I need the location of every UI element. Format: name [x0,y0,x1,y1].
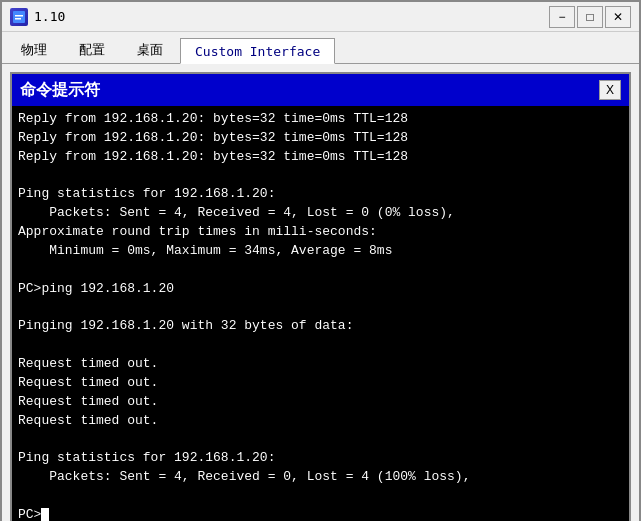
menu-bar: 物理 配置 桌面 Custom Interface [2,32,639,64]
cmd-title-bar: 命令提示符 X [12,74,629,106]
cmd-line: Ping statistics for 192.168.1.20: [18,185,623,204]
cmd-empty-line [18,298,623,317]
cmd-line: Approximate round trip times in milli-se… [18,223,623,242]
svg-rect-0 [13,11,25,23]
cmd-window: 命令提示符 X Reply from 192.168.1.20: bytes=3… [10,72,631,521]
main-content: 命令提示符 X Reply from 192.168.1.20: bytes=3… [2,64,639,521]
maximize-button[interactable]: □ [577,6,603,28]
svg-rect-2 [15,18,21,20]
cmd-empty-line [18,336,623,355]
title-bar: 1.10 − □ ✕ [2,2,639,32]
cmd-title-text: 命令提示符 [20,80,100,101]
cmd-empty-line [18,261,623,280]
tab-custom-interface[interactable]: Custom Interface [180,38,335,64]
minimize-button[interactable]: − [549,6,575,28]
tab-physics[interactable]: 物理 [6,37,62,63]
window-close-button[interactable]: ✕ [605,6,631,28]
tab-config[interactable]: 配置 [64,37,120,63]
main-window: 1.10 − □ ✕ 物理 配置 桌面 Custom Interface 命令提… [0,0,641,521]
cmd-line: Reply from 192.168.1.20: bytes=32 time=0… [18,129,623,148]
cmd-line: Packets: Sent = 4, Received = 4, Lost = … [18,204,623,223]
app-icon [10,8,28,26]
svg-rect-1 [15,15,23,17]
tab-desktop[interactable]: 桌面 [122,37,178,63]
cmd-line: Reply from 192.168.1.20: bytes=32 time=0… [18,148,623,167]
cmd-line: Ping statistics for 192.168.1.20: [18,449,623,468]
cmd-line: Request timed out. [18,355,623,374]
cmd-line: Packets: Sent = 4, Received = 0, Lost = … [18,468,623,487]
cmd-empty-line [18,167,623,186]
cmd-empty-line [18,430,623,449]
cmd-line: Minimum = 0ms, Maximum = 34ms, Average =… [18,242,623,261]
cmd-line: Reply from 192.168.1.20: bytes=32 time=0… [18,110,623,129]
cmd-line: Request timed out. [18,393,623,412]
cmd-line: PC> [18,506,623,521]
title-bar-controls: − □ ✕ [549,6,631,28]
cmd-line: Pinging 192.168.1.20 with 32 bytes of da… [18,317,623,336]
title-bar-text: 1.10 [34,9,549,24]
cmd-line: PC>ping 192.168.1.20 [18,280,623,299]
cmd-body[interactable]: Reply from 192.168.1.20: bytes=32 time=0… [12,106,629,521]
cmd-empty-line [18,487,623,506]
cmd-close-button[interactable]: X [599,80,621,100]
cmd-line: Request timed out. [18,374,623,393]
cmd-line: Request timed out. [18,412,623,431]
